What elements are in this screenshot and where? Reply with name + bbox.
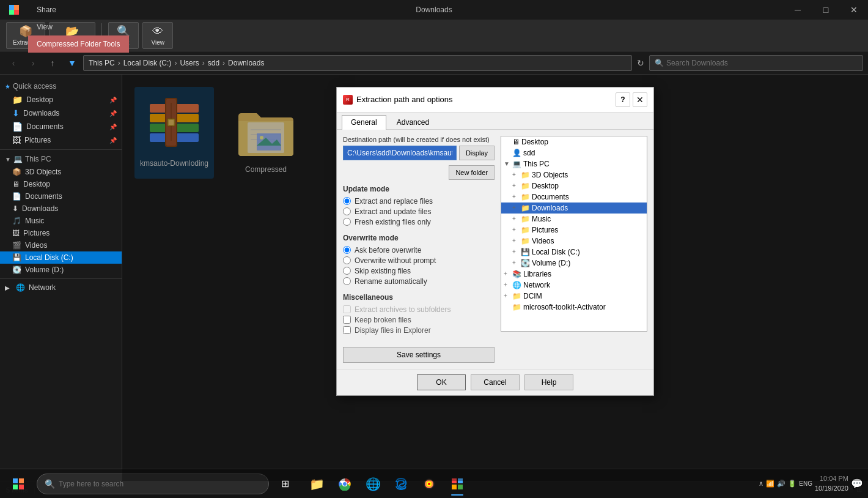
chk-display-explorer[interactable]: Display files in Explorer <box>343 326 495 335</box>
tree-item-libraries[interactable]: + 📚 Libraries <box>501 269 647 280</box>
address-path[interactable]: This PC › Local Disk (C:) › Users › sdd … <box>83 55 632 71</box>
language-icon[interactable]: ENG <box>799 480 812 487</box>
tree-item-dcim[interactable]: + 📁 DCIM <box>501 291 647 302</box>
radio-rename-auto-input[interactable] <box>343 277 351 285</box>
new-folder-button[interactable]: New folder <box>449 165 495 180</box>
svg-point-37 <box>428 483 430 485</box>
dialog-body: Destination path (will be created if doe… <box>337 130 653 369</box>
radio-overwrite-without-input[interactable] <box>343 256 351 264</box>
chk-display-explorer-input[interactable] <box>343 326 351 334</box>
sidebar-item-network[interactable]: ▶ 🌐 Network <box>0 281 122 294</box>
radio-skip-existing[interactable]: Skip existing files <box>343 267 495 275</box>
cancel-button[interactable]: Cancel <box>471 374 520 390</box>
radio-rename-auto[interactable]: Rename automatically <box>343 277 495 286</box>
sidebar-item-volume-d[interactable]: 💽Volume (D:) <box>0 264 122 276</box>
sidebar-item-pictures[interactable]: 🖼Pictures <box>0 227 122 239</box>
radio-skip-existing-input[interactable] <box>343 267 351 275</box>
sidebar-item-label: Music <box>25 217 44 225</box>
tab-view[interactable]: View <box>28 18 129 35</box>
this-pc-label: This PC <box>25 155 51 163</box>
tree-item-network[interactable]: + 🌐 Network <box>501 280 647 291</box>
tree-item-microsoft-toolkit[interactable]: 📁 microsoft-toolkit-Activator <box>501 302 647 313</box>
file-content: kmsauto-Downloding <box>122 75 868 481</box>
quick-access-header[interactable]: ★ Quick access <box>0 80 122 93</box>
tree-item-videos[interactable]: + 📁 Videos <box>501 236 647 247</box>
radio-extract-update[interactable]: Extract and update files <box>343 207 495 216</box>
back-button[interactable]: ‹ <box>5 54 22 72</box>
refresh-button[interactable]: ↻ <box>634 56 647 70</box>
radio-extract-update-input[interactable] <box>343 207 351 215</box>
radio-fresh-only-input[interactable] <box>343 218 351 226</box>
tab-compressed[interactable]: Compressed Folder Tools <box>28 35 129 53</box>
dialog-close-button[interactable]: ✕ <box>633 92 647 107</box>
tree-item-downloads[interactable]: + 📁 Downloads <box>501 203 647 214</box>
help-button[interactable]: Help <box>524 374 573 390</box>
search-box[interactable]: 🔍 <box>649 55 863 71</box>
radio-fresh-only[interactable]: Fresh existing files only <box>343 218 495 226</box>
radio-extract-replace-input[interactable] <box>343 197 351 205</box>
sidebar-item-localdisk[interactable]: 💾Local Disk (C:) <box>0 251 122 264</box>
sidebar-item-pictures-quick[interactable]: 🖼 Pictures 📌 <box>0 133 122 147</box>
sidebar-item-music[interactable]: 🎵Music <box>0 215 122 227</box>
close-button[interactable]: ✕ <box>840 0 868 20</box>
maximize-button[interactable]: □ <box>812 0 840 20</box>
folder-icon: 📚 <box>512 270 521 278</box>
destination-input[interactable] <box>343 146 457 160</box>
dialog-title-bar: R Extraction path and options ? ✕ <box>337 87 653 113</box>
dialog-footer: OK Cancel Help <box>337 369 653 395</box>
tree-item-music[interactable]: + 📁 Music <box>501 214 647 225</box>
tree-item-pictures[interactable]: + 📁 Pictures <box>501 225 647 236</box>
forward-button[interactable]: › <box>24 54 42 72</box>
sidebar-item-documents-pc[interactable]: 📄Documents <box>0 190 122 203</box>
chk-keep-broken[interactable]: Keep broken files <box>343 316 495 324</box>
up-button[interactable]: ↑ <box>44 54 61 72</box>
star-icon: ★ <box>5 83 10 90</box>
display-button[interactable]: Display <box>459 146 495 160</box>
sidebar-item-3dobjects[interactable]: 📦3D Objects <box>0 166 122 178</box>
radio-overwrite-without[interactable]: Overwrite without prompt <box>343 256 495 265</box>
sidebar-item-videos[interactable]: 🎬Videos <box>0 239 122 251</box>
tree-item-thispc[interactable]: ▼ 💻 This PC <box>501 158 647 169</box>
radio-extract-replace[interactable]: Extract and replace files <box>343 197 495 206</box>
chk-keep-broken-input[interactable] <box>343 316 351 324</box>
sidebar-item-documents-quick[interactable]: 📄 Documents 📌 <box>0 120 122 133</box>
folder-icon: 🖼 <box>12 135 21 145</box>
tree-item-volume-d[interactable]: + 💽 Volume (D:) <box>501 258 647 269</box>
view-button[interactable]: 👁 View <box>142 22 173 49</box>
minimize-button[interactable]: ─ <box>784 0 812 20</box>
tree-item-desktop-pc[interactable]: + 📁 Desktop <box>501 180 647 191</box>
chk-extract-subfolders[interactable]: Extract archives to subfolders <box>343 305 495 314</box>
tab-share[interactable]: Share <box>28 1 129 18</box>
sidebar-item-downloads-pc[interactable]: ⬇Downloads <box>0 203 122 215</box>
down-arrow-button[interactable]: ▼ <box>64 54 81 72</box>
folder-icon: 📦 <box>12 168 21 176</box>
radio-ask-before[interactable]: Ask before overwrite <box>343 246 495 255</box>
folder-icon: 📄 <box>12 122 23 132</box>
save-settings-button[interactable]: Save settings <box>343 347 495 363</box>
ok-button[interactable]: OK <box>417 374 466 390</box>
tab-advanced[interactable]: Advanced <box>388 115 438 129</box>
tree-item-sdd[interactable]: 👤 sdd <box>501 147 647 158</box>
radio-ask-before-input[interactable] <box>343 246 351 254</box>
expander-icon: + <box>504 292 512 299</box>
start-button[interactable] <box>5 470 32 497</box>
dialog-help-icon[interactable]: ? <box>616 92 630 107</box>
overwrite-mode-group: Ask before overwrite Overwrite without p… <box>343 246 495 286</box>
tree-item-documents[interactable]: + 📁 Documents <box>501 191 647 203</box>
tree-item-desktop[interactable]: 🖥 Desktop <box>501 136 647 147</box>
svg-rect-0 <box>9 5 14 10</box>
folder-icon: 📁 <box>521 226 530 234</box>
this-pc-header[interactable]: ▼ 💻 This PC <box>0 152 122 166</box>
sidebar-item-downloads-quick[interactable]: ⬇ Downloads 📌 <box>0 106 122 120</box>
svg-rect-40 <box>452 485 457 489</box>
sidebar-item-desktop-pc[interactable]: 🖥Desktop <box>0 178 122 190</box>
tab-general[interactable]: General <box>342 115 386 130</box>
tree-item-3dobjects[interactable]: + 📁 3D Objects <box>501 169 647 180</box>
folder-icon: 🖥 <box>12 180 20 188</box>
tree-item-localdisk-c[interactable]: + 💾 Local Disk (C:) <box>501 247 647 258</box>
folder-icon: 🎵 <box>12 217 21 225</box>
search-input[interactable] <box>666 59 858 67</box>
sidebar-item-label: Local Disk (C:) <box>25 253 73 262</box>
sidebar-item-desktop-quick[interactable]: 📁 Desktop 📌 <box>0 93 122 106</box>
expander-icon: + <box>512 248 521 255</box>
